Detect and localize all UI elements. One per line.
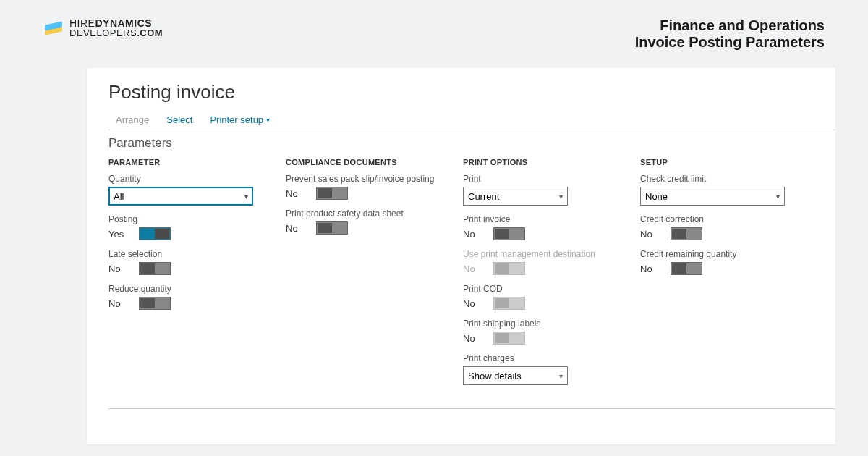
field-prevent-posting: Prevent sales pack slip/invoice posting …	[286, 174, 448, 200]
field-print-invoice: Print invoice No	[463, 214, 626, 240]
tab-arrange[interactable]: Arrange	[116, 114, 149, 125]
field-check-credit: Check credit limit None ▾	[640, 174, 803, 206]
col-header-compliance: COMPLIANCE DOCUMENTS	[286, 158, 448, 166]
toggle-posting[interactable]	[139, 227, 171, 240]
label-reduce-qty: Reduce quantity	[109, 284, 271, 294]
toggle-print-invoice[interactable]	[493, 227, 525, 240]
chevron-down-icon: ▾	[244, 193, 248, 200]
chevron-down-icon: ▾	[559, 372, 563, 380]
section-title-parameters: Parameters	[87, 130, 835, 158]
header-bar: HIREDYNAMICS DEVELOPERS.COM Finance and …	[0, 17, 868, 61]
field-late-selection: Late selection No	[109, 249, 271, 275]
label-print-charges: Print charges	[463, 353, 626, 363]
toggle-state-print-cod: No	[463, 298, 480, 309]
field-quantity: Quantity All ▾	[109, 174, 271, 206]
field-print-cod: Print COD No	[463, 284, 626, 310]
label-credit-correction: Credit correction	[640, 214, 803, 224]
dropdown-print-charges[interactable]: Show details ▾	[463, 366, 568, 385]
toggle-state-prevent-posting: No	[286, 188, 303, 199]
toggle-use-print-mgmt	[493, 262, 525, 275]
label-use-print-mgmt: Use print management destination	[463, 249, 626, 259]
col-compliance: COMPLIANCE DOCUMENTS Prevent sales pack …	[286, 158, 463, 394]
dropdown-print[interactable]: Current ▾	[463, 187, 568, 206]
label-print-invoice: Print invoice	[463, 214, 626, 224]
field-print-shipping: Print shipping labels No	[463, 318, 626, 345]
label-credit-remaining: Credit remaining quantity	[640, 249, 803, 259]
app-window: Posting invoice Arrange Select Printer s…	[87, 68, 835, 444]
logo: HIREDYNAMICS DEVELOPERS.COM	[43, 17, 163, 38]
toggle-state-reduce-qty: No	[109, 298, 126, 309]
toggle-print-shipping[interactable]	[493, 332, 525, 345]
field-credit-correction: Credit correction No	[640, 214, 803, 240]
toggle-state-credit-correction: No	[640, 229, 658, 240]
header-caption: Finance and Operations Invoice Posting P…	[635, 17, 825, 51]
field-reduce-qty: Reduce quantity No	[109, 284, 271, 310]
logo-text: HIREDYNAMICS DEVELOPERS.COM	[69, 18, 163, 38]
page-title: Posting invoice	[87, 68, 835, 114]
tab-select[interactable]: Select	[166, 114, 192, 125]
col-parameter: PARAMETER Quantity All ▾ Posting Yes	[109, 158, 286, 394]
label-print-shipping: Print shipping labels	[463, 318, 626, 329]
col-header-parameter: PARAMETER	[109, 158, 271, 166]
field-credit-remaining: Credit remaining quantity No	[640, 249, 803, 275]
dropdown-quantity[interactable]: All ▾	[109, 187, 253, 206]
page-frame: HIREDYNAMICS DEVELOPERS.COM Finance and …	[0, 0, 868, 456]
toggle-state-posting: Yes	[109, 229, 126, 240]
field-posting: Posting Yes	[109, 214, 271, 240]
toggle-prevent-posting[interactable]	[316, 187, 348, 200]
divider-bottom	[109, 408, 835, 409]
toggle-safety-sheet[interactable]	[316, 221, 348, 235]
logo-icon	[43, 17, 64, 38]
tab-printer-setup[interactable]: Printer setup ▾	[210, 114, 270, 125]
label-check-credit: Check credit limit	[640, 174, 803, 184]
toggle-reduce-qty[interactable]	[139, 297, 171, 310]
label-late-selection: Late selection	[109, 249, 271, 259]
chevron-down-icon: ▾	[776, 193, 780, 200]
tabs: Arrange Select Printer setup ▾	[87, 114, 835, 130]
field-use-print-mgmt: Use print management destination No	[463, 249, 626, 275]
toggle-print-cod[interactable]	[493, 297, 525, 310]
toggle-state-late-selection: No	[109, 263, 126, 274]
toggle-state-print-shipping: No	[463, 333, 480, 344]
label-print: Print	[463, 174, 626, 184]
field-print: Print Current ▾	[463, 174, 626, 206]
label-safety-sheet: Print product safety data sheet	[286, 208, 448, 219]
dropdown-check-credit[interactable]: None ▾	[640, 187, 785, 206]
col-setup: SETUP Check credit limit None ▾ Credit c…	[640, 158, 817, 394]
col-header-print: PRINT OPTIONS	[463, 158, 626, 166]
field-safety-sheet: Print product safety data sheet No	[286, 208, 448, 235]
toggle-state-safety-sheet: No	[286, 223, 303, 234]
toggle-state-use-print-mgmt: No	[463, 263, 480, 274]
parameters-grid: PARAMETER Quantity All ▾ Posting Yes	[87, 158, 835, 394]
col-header-setup: SETUP	[640, 158, 803, 166]
toggle-credit-correction[interactable]	[671, 227, 702, 240]
chevron-down-icon: ▾	[559, 193, 563, 200]
col-print-options: PRINT OPTIONS Print Current ▾ Print invo…	[463, 158, 640, 394]
toggle-state-credit-remaining: No	[640, 263, 658, 274]
label-prevent-posting: Prevent sales pack slip/invoice posting	[286, 174, 448, 184]
toggle-credit-remaining[interactable]	[671, 262, 702, 275]
field-print-charges: Print charges Show details ▾	[463, 353, 626, 385]
label-print-cod: Print COD	[463, 284, 626, 294]
toggle-late-selection[interactable]	[139, 262, 171, 275]
label-posting: Posting	[109, 214, 271, 224]
toggle-state-print-invoice: No	[463, 229, 480, 240]
label-quantity: Quantity	[109, 174, 271, 184]
chevron-down-icon: ▾	[266, 116, 270, 124]
